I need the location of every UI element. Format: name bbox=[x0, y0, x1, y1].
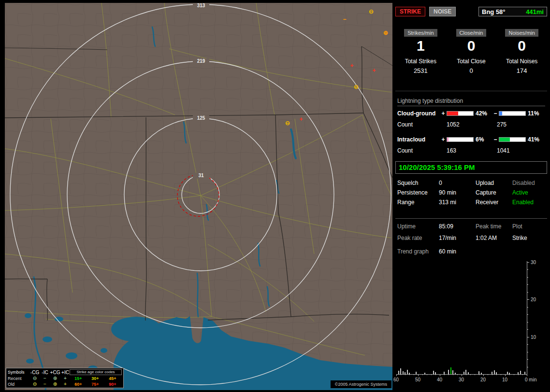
plot-label: Plot bbox=[512, 223, 522, 230]
axis-tick: 50 bbox=[415, 377, 420, 382]
axis-tick bbox=[396, 374, 397, 376]
bearing-range-value: 441mi bbox=[526, 8, 544, 15]
trend-bar bbox=[407, 370, 408, 374]
noise-cg-marker-icon: ⊖ bbox=[354, 84, 359, 90]
intracloud-row: Intracloud + 6% − 41% bbox=[397, 134, 546, 145]
axis-tick bbox=[527, 284, 528, 285]
axis-tick bbox=[418, 374, 419, 376]
axis-tick bbox=[435, 374, 436, 375]
strike-mode-button[interactable]: STRIKE bbox=[395, 7, 425, 16]
ic-negative-bar bbox=[499, 137, 526, 142]
axis-tick bbox=[405, 374, 405, 375]
cg-positive-pct: 42% bbox=[476, 110, 492, 117]
intracloud-label: Intracloud bbox=[397, 136, 440, 143]
trend-bar bbox=[452, 370, 453, 374]
ic-minus-icon: − bbox=[43, 376, 46, 381]
trend-bar bbox=[478, 371, 479, 374]
total-close-value: 0 bbox=[446, 67, 497, 74]
strikes-per-min-label: Strikes/min bbox=[404, 29, 437, 37]
cg-minus-icon: ⊖ bbox=[33, 381, 37, 387]
axis-tick bbox=[501, 374, 501, 375]
axis-tick bbox=[527, 359, 528, 360]
total-noises-label: Total Noises bbox=[496, 58, 547, 65]
trend-bar bbox=[492, 372, 492, 374]
lightning-map[interactable]: 313 219 125 31 ⊖ − ⊕ + + ⊖ + ⊖ Symbols -… bbox=[5, 3, 392, 390]
legend-col-ncg: -CG bbox=[29, 370, 41, 375]
cg-negative-pct: 11% bbox=[528, 110, 544, 117]
peak-time-label: Peak time bbox=[476, 223, 501, 230]
trend-bar bbox=[435, 372, 436, 374]
settings-grid: Squelch 0 Upload Disabled Persistence 90… bbox=[397, 180, 546, 209]
axis-tick bbox=[427, 374, 427, 375]
trend-chart: 6050403020100 min302010 bbox=[395, 260, 547, 391]
trend-bar bbox=[481, 373, 482, 374]
rate-counters: Strikes/min 1 Total Strikes 2531 Close/m… bbox=[395, 29, 547, 74]
uptime-grid: Uptime 85:09 Peak time Plot Peak rate 17… bbox=[397, 223, 546, 246]
total-strikes-value: 2531 bbox=[395, 67, 446, 74]
status-row: Uptime 85:09 Peak time Plot bbox=[397, 223, 546, 235]
uptime-value: 85:09 bbox=[439, 223, 453, 230]
axis-tick bbox=[527, 352, 528, 352]
bearing-readout: Bng 58° 441mi bbox=[478, 7, 547, 16]
range-value: 313 mi bbox=[439, 199, 456, 206]
axis-tick: 10 bbox=[502, 377, 507, 382]
axis-tick bbox=[414, 374, 414, 375]
strike-pic-marker-icon: + bbox=[350, 63, 353, 69]
noise-mode-button[interactable]: NOISE bbox=[429, 7, 456, 16]
trend-bar bbox=[448, 370, 449, 374]
legend-recent-label: Recent bbox=[8, 376, 29, 381]
ic-plus-icon: + bbox=[64, 381, 67, 387]
trend-bar bbox=[416, 372, 417, 374]
persistence-value: 90 min bbox=[439, 189, 456, 196]
range-ring-label: 219 bbox=[193, 58, 209, 64]
axis-tick bbox=[527, 322, 528, 322]
copyright-notice: ©2005 Astrogenic Systems bbox=[331, 380, 391, 388]
count-label: Count bbox=[397, 147, 440, 154]
axis-tick: 20 bbox=[531, 297, 536, 302]
axis-tick bbox=[527, 314, 528, 315]
axis-tick bbox=[462, 374, 462, 376]
settings-row: Squelch 0 Upload Disabled bbox=[397, 180, 546, 189]
legend-symbols-header: Symbols bbox=[8, 370, 29, 375]
total-close-label: Total Close bbox=[446, 58, 497, 65]
axis-tick: 30 bbox=[459, 377, 464, 382]
receiver-status: Enabled bbox=[512, 199, 534, 206]
ic-positive-count: 163 bbox=[447, 147, 497, 154]
strike-pcg-marker-icon: ⊕ bbox=[383, 30, 388, 36]
plot-mode-value: Strike bbox=[512, 235, 527, 241]
axis-tick bbox=[527, 292, 528, 293]
axis-tick bbox=[453, 374, 453, 375]
axis-tick bbox=[527, 307, 528, 308]
ic-minus-icon: − bbox=[43, 381, 46, 387]
trend-bar bbox=[400, 368, 401, 374]
axis-tick bbox=[470, 374, 471, 375]
close-per-min-label: Close/min bbox=[456, 29, 487, 37]
axis-tick: 30 bbox=[531, 260, 536, 265]
trend-bar bbox=[405, 372, 405, 374]
trend-bar bbox=[433, 371, 434, 374]
trend-bar bbox=[403, 371, 404, 374]
trend-window-value: 60 min bbox=[439, 248, 456, 255]
ic-negative-pct: 41% bbox=[528, 136, 544, 143]
axis-tick bbox=[431, 374, 432, 375]
axis-tick bbox=[457, 374, 458, 375]
range-ring-label: 125 bbox=[193, 115, 209, 121]
noises-per-min-value: 0 bbox=[496, 38, 547, 54]
trend-bar bbox=[496, 372, 497, 374]
trend-bar bbox=[509, 373, 510, 374]
status-row: Peak rate 17/min 1:02 AM Strike bbox=[397, 235, 546, 246]
cg-negative-bar bbox=[499, 111, 526, 116]
capture-status: Active bbox=[512, 189, 528, 196]
peak-time-value: 1:02 AM bbox=[476, 235, 497, 241]
axis-tick bbox=[496, 374, 497, 375]
age-code: 15+ bbox=[70, 376, 87, 381]
intracloud-count-row: Count 163 1041 bbox=[397, 145, 546, 156]
legend-age-title: Strike age color codes bbox=[70, 369, 122, 375]
peak-rate-value: 17/min bbox=[439, 235, 456, 241]
axis-tick bbox=[422, 374, 423, 375]
legend-col-pcg: +CG bbox=[49, 370, 61, 375]
noise-cg-marker-icon: ⊖ bbox=[369, 9, 374, 14]
minus-sign: − bbox=[492, 110, 499, 117]
close-per-min-column: Close/min 0 Total Close 0 bbox=[446, 29, 497, 74]
age-code: 45+ bbox=[103, 376, 122, 381]
